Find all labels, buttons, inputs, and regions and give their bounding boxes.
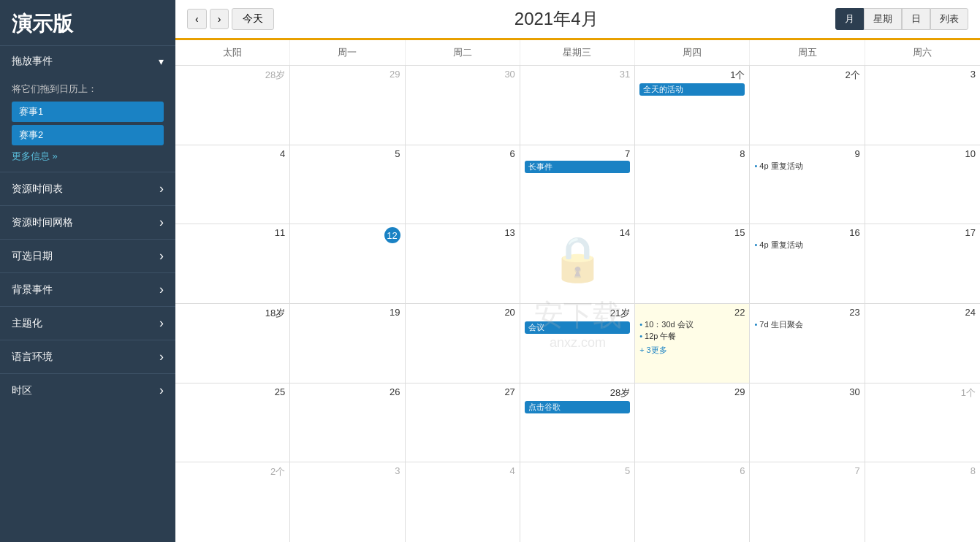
event-w3d4-2[interactable]: + 3更多	[639, 346, 667, 354]
cal-cell-w5d4[interactable]: 6	[635, 462, 750, 542]
day-num-w2d0: 11	[180, 227, 285, 238]
cal-cell-w1d1[interactable]: 5	[290, 145, 405, 224]
day-num-w3d6: 24	[870, 307, 976, 318]
cal-cell-w1d3[interactable]: 7长事件	[520, 145, 635, 224]
cal-cell-w1d4[interactable]: 8	[635, 145, 750, 224]
sidebar-item-resource-time-grid[interactable]: 资源时间网格	[0, 206, 175, 239]
event-w0d4-0[interactable]: 全天的活动	[639, 83, 745, 96]
sidebar-item-locale[interactable]: 语言环境	[0, 340, 175, 373]
cal-cell-w4d0[interactable]: 25	[175, 383, 290, 462]
cal-cell-w0d5[interactable]: 2个	[750, 66, 865, 145]
main-area: ‹ › 今天 2021年4月 月星期日列表 🔒安下载 anxz.com 太阳周一…	[175, 0, 980, 542]
cal-cell-w4d5[interactable]: 30	[750, 383, 865, 462]
cal-cell-w0d4[interactable]: 1个全天的活动	[635, 66, 750, 145]
sidebar-item-background-events[interactable]: 背景事件	[0, 273, 175, 306]
cal-cell-w0d1[interactable]: 29	[290, 66, 405, 145]
cal-cell-w5d1[interactable]: 3	[290, 462, 405, 542]
day-num-w5d6: 8	[870, 465, 976, 476]
more-info-link[interactable]: 更多信息 »	[12, 150, 164, 163]
cal-header-星期三: 星期三	[520, 40, 635, 65]
cal-week-1: 4567长事件894p 重复活动10	[175, 145, 980, 225]
cal-cell-w1d5[interactable]: 94p 重复活动	[750, 145, 865, 224]
day-num-w4d1: 26	[295, 386, 400, 397]
drag-item-2[interactable]: 赛事2	[12, 125, 164, 145]
cal-cell-w2d4[interactable]: 15	[635, 224, 750, 303]
cal-cell-w5d3[interactable]: 5	[520, 462, 635, 542]
sidebar-item-label-resource-timeline: 资源时间表	[12, 183, 63, 196]
cal-cell-w3d1[interactable]: 19	[290, 304, 405, 383]
topbar: ‹ › 今天 2021年4月 月星期日列表	[175, 0, 980, 40]
day-num-w5d4: 6	[639, 465, 745, 476]
sidebar-item-selectable-dates[interactable]: 可选日期	[0, 240, 175, 272]
cal-cell-w2d3[interactable]: 14	[520, 224, 635, 303]
drag-chevron-icon	[159, 56, 164, 67]
cal-cell-w4d6[interactable]: 1个	[865, 383, 980, 462]
cal-cell-w5d6[interactable]: 8	[865, 462, 980, 542]
cal-cell-w5d2[interactable]: 4	[406, 462, 520, 542]
sidebar-item-timezone[interactable]: 时区	[0, 374, 175, 407]
view-buttons: 月星期日列表	[835, 8, 968, 30]
day-num-w1d3: 7	[525, 148, 630, 159]
cal-cell-w1d2[interactable]: 6	[406, 145, 520, 224]
next-button[interactable]: ›	[210, 9, 229, 29]
today-button[interactable]: 今天	[232, 8, 274, 30]
sidebar-item-theming[interactable]: 主题化	[0, 307, 175, 340]
event-w1d3-0[interactable]: 长事件	[525, 161, 630, 173]
cal-cell-w3d6[interactable]: 24	[865, 304, 980, 383]
cal-cell-w2d5[interactable]: 164p 重复活动	[750, 224, 865, 303]
day-num-w0d2: 30	[410, 69, 515, 80]
cal-cell-w3d3[interactable]: 21岁会议	[520, 304, 635, 383]
cal-cell-w4d3[interactable]: 28岁点击谷歌	[520, 383, 635, 462]
app-title: 演示版	[0, 0, 175, 45]
cal-cell-w0d0[interactable]: 28岁	[175, 66, 290, 145]
cal-cell-w0d3[interactable]: 31	[520, 66, 635, 145]
cal-cell-w4d4[interactable]: 29	[635, 383, 750, 462]
cal-cell-w0d2[interactable]: 30	[406, 66, 520, 145]
event-w3d4-1[interactable]: 12p 午餐	[639, 331, 745, 342]
event-w3d4-0[interactable]: 10：30d 会议	[639, 319, 745, 330]
chevron-right-icon-locale	[159, 349, 164, 364]
day-num-w1d2: 6	[410, 148, 515, 159]
cal-cell-w5d5[interactable]: 7	[750, 462, 865, 542]
cal-header-周二: 周二	[406, 40, 520, 65]
chevron-right-icon-selectable-dates	[159, 248, 164, 264]
view-btn-星期[interactable]: 星期	[864, 8, 902, 30]
view-btn-列表[interactable]: 列表	[930, 8, 968, 30]
day-num-w0d4: 1个	[639, 69, 745, 82]
cal-cell-w3d5[interactable]: 237d 生日聚会	[750, 304, 865, 383]
cal-week-5: 2个345678	[175, 462, 980, 542]
view-btn-月[interactable]: 月	[835, 8, 864, 30]
cal-cell-w3d4[interactable]: 2210：30d 会议12p 午餐+ 3更多	[635, 304, 750, 383]
cal-cell-w2d6[interactable]: 17	[865, 224, 980, 303]
sidebar-section-background-events: 背景事件	[0, 272, 175, 306]
event-w2d5-0[interactable]: 4p 重复活动	[754, 240, 859, 251]
cal-cell-w4d1[interactable]: 26	[290, 383, 405, 462]
cal-cell-w1d6[interactable]: 10	[865, 145, 980, 224]
cal-cell-w4d2[interactable]: 27	[406, 383, 520, 462]
day-num-w5d2: 4	[410, 465, 515, 476]
event-w1d5-0[interactable]: 4p 重复活动	[754, 161, 859, 172]
drag-item-1[interactable]: 赛事1	[12, 102, 164, 122]
cal-cell-w5d0[interactable]: 2个	[175, 462, 290, 542]
cal-cell-w2d2[interactable]: 13	[406, 224, 520, 303]
sidebar-section-locale: 语言环境	[0, 340, 175, 373]
cal-week-2: 1112131415164p 重复活动17	[175, 224, 980, 304]
cal-cell-w3d2[interactable]: 20	[406, 304, 520, 383]
cal-cell-w3d0[interactable]: 18岁	[175, 304, 290, 383]
event-w3d5-0[interactable]: 7d 生日聚会	[754, 319, 859, 330]
view-btn-日[interactable]: 日	[902, 8, 930, 30]
cal-cell-w2d0[interactable]: 11	[175, 224, 290, 303]
event-w3d3-0[interactable]: 会议	[525, 321, 630, 334]
cal-cell-w1d0[interactable]: 4	[175, 145, 290, 224]
event-w4d3-0[interactable]: 点击谷歌	[525, 401, 630, 413]
day-num-w2d2: 13	[410, 227, 515, 238]
drag-section-header[interactable]: 拖放事件	[0, 46, 175, 77]
sidebar-item-resource-timeline[interactable]: 资源时间表	[0, 172, 175, 205]
day-num-w0d6: 3	[870, 69, 976, 80]
drag-section: 拖放事件 将它们拖到日历上： 赛事1 赛事2 更多信息 »	[0, 45, 175, 172]
day-num-w5d3: 5	[525, 465, 630, 476]
cal-cell-w2d1[interactable]: 12	[290, 224, 405, 303]
prev-button[interactable]: ‹	[187, 9, 207, 29]
cal-cell-w0d6[interactable]: 3	[865, 66, 980, 145]
sidebar-item-label-background-events: 背景事件	[12, 283, 53, 297]
